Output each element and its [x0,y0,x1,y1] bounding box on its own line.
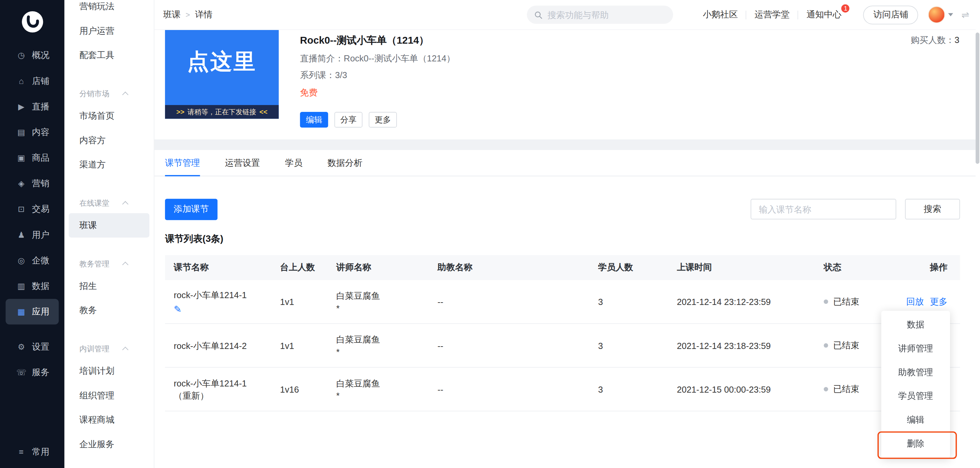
menu-item-org-management[interactable]: 组织管理 [64,384,154,408]
menu-item-enterprise-service[interactable]: 企业服务 [64,432,154,457]
cover-main-text: 点这里 [165,47,279,76]
chevron-up-icon [122,92,128,98]
add-lesson-button[interactable]: 添加课节 [165,199,218,220]
sidebar-item-settings[interactable]: ⚙设置 [0,334,64,360]
status-text: 已结束 [833,296,859,307]
menu-item-course-mall[interactable]: 课程商城 [64,408,154,432]
status-dot [824,387,828,392]
teacher-name: 白菜豆腐鱼 [336,333,438,345]
banner-arrow-right: << [259,108,268,116]
more-link[interactable]: 更多 [930,296,947,307]
menu-item-training-plan[interactable]: 培训计划 [64,359,154,383]
tab-data-analysis[interactable]: 数据分析 [327,150,363,176]
breadcrumb: 班课 > 详情 [163,9,212,21]
menu-item-delete[interactable]: 删除 [881,432,950,456]
cell-time: 2021-12-14 23:18-23:59 [677,341,824,350]
sidebar-item-users[interactable]: ♟用户 [0,222,64,248]
edit-pencil-icon[interactable]: ✎ [174,304,182,315]
sidebar-item-content[interactable]: ▤内容 [0,119,64,145]
cell-teacher: 白菜豆腐鱼 * [336,333,438,358]
cell-lesson-name: rock-小车单1214-1 ✎ [165,288,280,315]
shop-icon: ⌂ [16,76,26,86]
group-distribution-market[interactable]: 分销市场 [64,84,154,104]
course-actions: 编辑 分享 更多 [300,112,455,127]
menu-item-supporting-tools[interactable]: 配套工具 [64,43,154,67]
menu-item-academic-affairs[interactable]: 教务 [64,298,154,322]
sidebar-item-frequent[interactable]: ≡常用 [0,439,64,465]
more-course-button[interactable]: 更多 [369,112,396,127]
switch-account-icon[interactable]: ⇌ [962,9,969,21]
nav-link-community[interactable]: 小鹅社区 [695,9,746,21]
sidebar-item-label: 设置 [32,341,49,352]
sidebar-item-label: 应用 [32,306,49,317]
cell-students: 3 [598,341,677,350]
edit-course-button[interactable]: 编辑 [300,112,328,127]
breadcrumb-separator: > [186,10,190,19]
tab-operation-settings[interactable]: 运营设置 [225,150,260,176]
lesson-name-text: rock-小车单1214-1 [174,377,280,389]
menu-item-assistant-management[interactable]: 助教管理 [881,361,950,385]
buyers-count: 购买人数：3 [911,35,959,46]
sidebar-item-data[interactable]: ▥数据 [0,273,64,299]
user-avatar[interactable] [929,6,945,23]
lesson-search-input[interactable] [751,199,896,219]
admin-console: ◷概况 ⌂店铺 ▶直播 ▤内容 ▣商品 ◈营销 ⊡交易 ♟用户 ◎企微 ▥数据 … [0,0,980,468]
menu-item-edit[interactable]: 编辑 [881,408,950,432]
menu-item-marketing-play[interactable]: 营销玩法 [64,0,154,19]
group-academic-admin[interactable]: 教务管理 [64,254,154,274]
status-text: 已结束 [833,340,859,351]
menu-item-student-management[interactable]: 学员管理 [881,384,950,408]
sidebar-item-trade[interactable]: ⊡交易 [0,196,64,222]
user-menu[interactable] [929,6,953,23]
visit-shop-button[interactable]: 访问店铺 [863,5,918,24]
menu-item-class-course[interactable]: 班课 [69,213,150,237]
tab-lesson-management[interactable]: 课节管理 [165,150,200,176]
sidebar-item-marketing[interactable]: ◈营销 [0,170,64,196]
nav-link-label: 通知中心 [807,9,842,19]
settings-icon: ⚙ [16,342,26,351]
global-search-box[interactable] [527,5,673,24]
frequent-icon: ≡ [16,447,26,457]
nav-link-academy[interactable]: 运营学堂 [746,9,797,21]
tab-students[interactable]: 学员 [285,150,302,176]
menu-item-user-operation[interactable]: 用户运营 [64,19,154,43]
group-internal-training[interactable]: 内训管理 [64,339,154,359]
course-cover-image: 点这里 >> 请稍等，正在下发链接 << [165,30,279,119]
app-logo[interactable] [21,11,43,32]
nav-link-notification[interactable]: 通知中心 1 [798,9,850,21]
vertical-scrollbar-thumb[interactable] [975,32,979,164]
header-cell-students: 学员人数 [598,262,677,273]
replay-link[interactable]: 回放 [906,296,924,307]
menu-item-market-home[interactable]: 市场首页 [64,104,154,128]
chevron-up-icon [122,201,128,207]
share-course-button[interactable]: 分享 [334,112,363,127]
table-row: rock-小车单1214-2 1v1 白菜豆腐鱼 * -- 3 2021-12-… [165,324,960,368]
live-icon: ▶ [16,102,26,111]
menu-item-data[interactable]: 数据 [881,313,950,337]
breadcrumb-parent[interactable]: 班课 [163,9,180,21]
menu-item-channel-provider[interactable]: 渠道方 [64,153,154,177]
chevron-up-icon [122,347,128,353]
sidebar-item-apps[interactable]: ▦应用 [5,299,59,325]
sidebar-item-label: 交易 [32,204,49,215]
menu-item-teacher-management[interactable]: 讲师管理 [881,337,950,361]
sidebar-item-shop[interactable]: ⌂店铺 [0,68,64,94]
context-menu: 数据 讲师管理 助教管理 学员管理 编辑 删除 [881,311,950,458]
lesson-search-button[interactable]: 搜索 [905,199,960,219]
menu-item-enrollment[interactable]: 招生 [64,274,154,298]
sidebar-item-wecom[interactable]: ◎企微 [0,248,64,273]
sidebar-item-service[interactable]: ☏服务 [0,360,64,385]
status-text: 已结束 [833,384,859,395]
menu-item-content-provider[interactable]: 内容方 [64,128,154,153]
sidebar-item-live[interactable]: ▶直播 [0,94,64,119]
header-cell-stage: 台上人数 [280,262,336,273]
logo-swoosh-icon [21,11,43,32]
sidebar-item-goods[interactable]: ▣商品 [0,145,64,170]
sidebar-item-label: 概况 [32,50,49,61]
banner-arrow-left: >> [176,108,185,116]
global-search-input[interactable] [547,10,666,19]
sidebar-item-overview[interactable]: ◷概况 [0,43,64,68]
table-row: rock-小车单1214-1 （重新） 1v16 白菜豆腐鱼 * -- 3 20… [165,368,960,411]
group-online-classroom[interactable]: 在线课堂 [64,193,154,213]
section-gap [154,140,975,150]
